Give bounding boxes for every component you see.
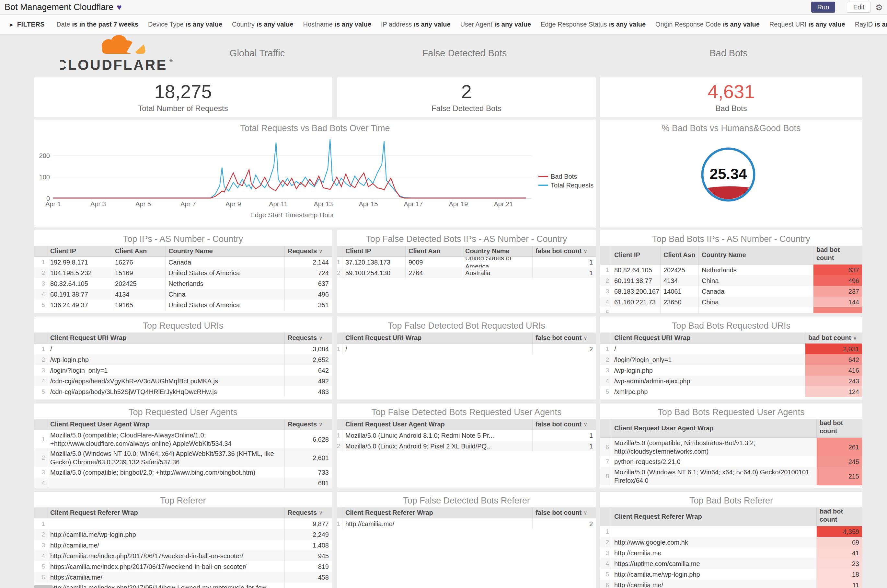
table-row[interactable]: 14,359 xyxy=(600,526,862,537)
table-row[interactable]: 3http://camilia.me41 xyxy=(600,548,862,558)
sort-column-header[interactable]: false bot count∨ xyxy=(532,246,596,256)
filter-item[interactable]: Device Typeis any value xyxy=(148,21,222,28)
sort-column-header[interactable]: false bot count∨ xyxy=(532,419,596,430)
edit-button[interactable]: Edit xyxy=(847,2,871,13)
table-row[interactable]: 4https://uptime.com/camilia.me23 xyxy=(600,558,862,569)
column-header[interactable]: Client Request URI Wrap xyxy=(47,333,285,343)
sort-column-header[interactable]: Requests∨ xyxy=(285,333,332,343)
row-index: 7 xyxy=(600,456,611,467)
table-row[interactable]: 5136.24.49.3719165United States of Ameri… xyxy=(35,300,332,310)
table-row[interactable]: 137.120.138.1739009United States of Amer… xyxy=(337,257,596,267)
table-row[interactable]: 3http://camilia.me/1,408 xyxy=(35,540,332,550)
sort-column-header[interactable]: bad bot count∨ xyxy=(817,507,862,526)
table-row[interactable]: 2http://camilia.me/wp-login.php2,249 xyxy=(35,529,332,540)
column-header[interactable]: Country Name xyxy=(165,246,285,256)
filter-value: is any value xyxy=(186,21,222,28)
filter-item[interactable]: User Agentis any value xyxy=(460,21,531,28)
row-index-header xyxy=(35,419,47,430)
run-button[interactable]: Run xyxy=(811,2,835,13)
sort-column-header[interactable]: Requests∨ xyxy=(285,246,332,256)
table-row[interactable]: 1/2,031 xyxy=(600,344,862,354)
filter-item[interactable]: Request URIis any value xyxy=(770,21,845,28)
sort-column-header[interactable]: Requests∨ xyxy=(285,419,332,430)
sort-column-header[interactable]: Requests∨ xyxy=(285,507,332,518)
filter-item[interactable]: Origin Response Codeis any value xyxy=(655,21,760,28)
table-row[interactable]: 2Mozilla/5.0 (Windows NT 10.0; Win64; x6… xyxy=(35,448,332,467)
table-cell: /login/?login_only=1 xyxy=(47,365,285,376)
table-row[interactable]: 2/wp-login.php2,652 xyxy=(35,354,332,365)
table-row[interactable]: 5https://camilia.me/index.php/2017/06/17… xyxy=(35,561,332,572)
column-header[interactable]: Country Name xyxy=(699,246,813,264)
column-header[interactable]: Client Request Referer Wrap xyxy=(611,507,817,526)
table-row[interactable]: 1Mozilla/5.0 (Linux; Android 8.1.0; Redm… xyxy=(337,430,596,441)
filters-toggle[interactable]: ▶ FILTERS xyxy=(10,21,45,28)
table-row[interactable]: 4http://camilia.me/index.php/2017/06/17/… xyxy=(35,550,332,561)
filter-item[interactable]: IP addressis any value xyxy=(381,21,451,28)
table-row[interactable]: 3/wp-login.php416 xyxy=(600,365,862,376)
table-cell xyxy=(660,307,699,314)
sort-column-header[interactable]: false bot count∨ xyxy=(532,507,596,518)
table-row[interactable]: 461.160.221.7323650China144 xyxy=(600,297,862,307)
table-row[interactable]: 1192.99.8.17116276Canada2,144 xyxy=(35,257,332,267)
table-row[interactable]: 1Mozilla/5.0 (compatible; CloudFlare-Alw… xyxy=(35,430,332,448)
column-header[interactable]: Client Asn xyxy=(406,246,462,256)
gear-icon[interactable]: ⚙ xyxy=(875,3,883,13)
table-row[interactable]: 1http://camilia.me/2 xyxy=(337,518,596,529)
filter-item[interactable]: Hostnameis any value xyxy=(303,21,371,28)
table-row[interactable]: 5/xmlrpc.php124 xyxy=(600,386,862,397)
timeseries-plot[interactable]: 0100200Apr 1Apr 3Apr 5Apr 7Apr 9Apr 11Ap… xyxy=(35,120,596,227)
table-row[interactable]: 5http://camilia.me/wp-login.php18 xyxy=(600,569,862,580)
horizontal-scrollbar[interactable] xyxy=(34,585,53,588)
table-row[interactable]: 259.100.254.1302764Australia1 xyxy=(337,267,596,278)
table-row[interactable]: 380.82.64.105202425Netherlands637 xyxy=(35,278,332,289)
table-row[interactable]: 3/login/?login_only=1642 xyxy=(35,365,332,376)
table-row[interactable]: 19,877 xyxy=(35,518,332,529)
column-header[interactable]: Client Asn xyxy=(112,246,165,256)
table-row[interactable]: 2104.198.5.23215169United States of Amer… xyxy=(35,267,332,278)
table-row[interactable]: 7http://camilia.me/index.php/2017/05/14/… xyxy=(35,582,332,588)
table-cell: United States of America xyxy=(165,300,285,310)
table-row[interactable]: 8Mozilla/5.0 (Windows NT 6.1; Win64; x64… xyxy=(600,467,862,485)
column-header[interactable]: Client IP xyxy=(343,246,406,256)
table-row[interactable]: 1/3,084 xyxy=(35,344,332,354)
column-header[interactable]: Client Request User Agent Wrap xyxy=(611,419,817,438)
table-row[interactable]: 4681 xyxy=(35,478,332,488)
column-header[interactable]: Client Request User Agent Wrap xyxy=(47,419,285,430)
sort-column-header[interactable]: bad bot count∨ xyxy=(805,333,862,343)
column-header[interactable]: Client Request Referer Wrap xyxy=(343,507,532,518)
column-header[interactable]: Client Asn xyxy=(660,246,699,264)
table-row[interactable]: 5/cdn-cgi/apps/body/3Lh52SjWTQ4HRlErJykH… xyxy=(35,386,332,397)
table-row[interactable]: 5 xyxy=(600,307,862,314)
table-row[interactable]: 4/cdn-cgi/apps/head/xVgyKhR-vV3dAUGhMqfB… xyxy=(35,376,332,386)
column-header[interactable]: Client Request User Agent Wrap xyxy=(343,419,532,430)
filter-item[interactable]: Countryis any value xyxy=(232,21,293,28)
tile-title: Top False Detected Bots Referer xyxy=(337,492,596,507)
table-row[interactable]: 2http://www.google.com.hk69 xyxy=(600,537,862,548)
table-row[interactable]: 2Mozilla/5.0 (Linux; Android 9; Pixel 2 … xyxy=(337,441,596,452)
table-row[interactable]: 368.183.200.16714061Canada237 xyxy=(600,286,862,297)
table-row[interactable]: 4/wp-admin/admin-ajax.php243 xyxy=(600,376,862,386)
table-row[interactable]: 6http://camilia.me/11 xyxy=(600,580,862,588)
filter-item[interactable]: Edge Response Statusis any value xyxy=(541,21,646,28)
column-header[interactable]: Client IP xyxy=(611,246,660,264)
table-row[interactable]: 3Mozilla/5.0 (compatible; bingbot/2.0; +… xyxy=(35,467,332,478)
column-header[interactable]: Client Request URI Wrap xyxy=(343,333,532,343)
sort-column-header[interactable]: bad bot count∨ xyxy=(817,419,862,438)
filter-item[interactable]: Dateis in the past 7 weeks xyxy=(56,21,138,28)
table-row[interactable]: 2/login/?login_only=1642 xyxy=(600,354,862,365)
table-row[interactable]: 260.191.38.774134China496 xyxy=(600,275,862,286)
sort-column-header[interactable]: false bot count∨ xyxy=(532,333,596,343)
table-row[interactable]: 460.191.38.774134China496 xyxy=(35,289,332,300)
table-row[interactable]: 7python-requests/2.21.0245 xyxy=(600,456,862,467)
filter-item[interactable]: RayIDis any value xyxy=(855,21,887,28)
table-row[interactable]: 6https://camilia.me/458 xyxy=(35,572,332,582)
column-header[interactable]: Client IP xyxy=(47,246,112,256)
sort-column-header[interactable]: bad bot count∨ xyxy=(813,246,862,264)
row-index: 1 xyxy=(337,344,343,354)
column-header[interactable]: Country Name xyxy=(462,246,532,256)
table-row[interactable]: 1/2 xyxy=(337,344,596,354)
table-row[interactable]: 6Mozilla/5.0 (compatible; Nimbostratus-B… xyxy=(600,438,862,456)
column-header[interactable]: Client Request URI Wrap xyxy=(611,333,805,343)
table-row[interactable]: 180.82.64.105202425Netherlands637 xyxy=(600,264,862,275)
column-header[interactable]: Client Request Referer Wrap xyxy=(47,507,285,518)
